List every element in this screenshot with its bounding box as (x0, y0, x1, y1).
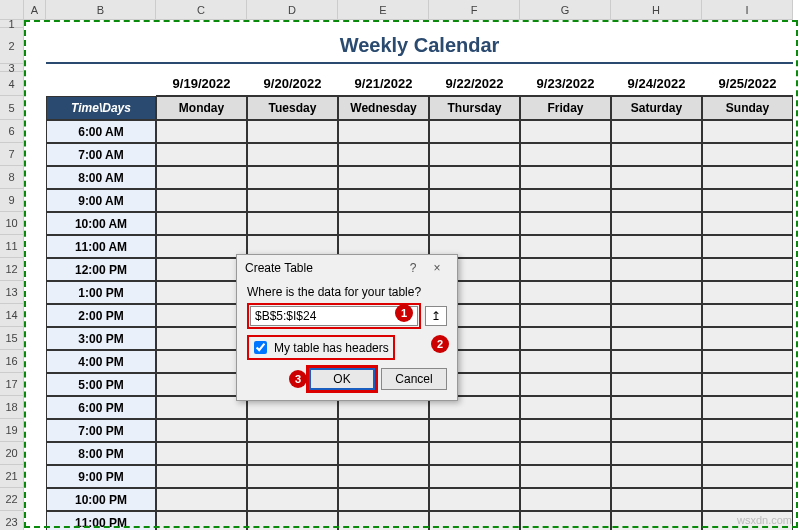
data-cell[interactable] (520, 511, 611, 530)
time-cell[interactable]: 8:00 AM (46, 166, 156, 189)
data-cell[interactable] (338, 465, 429, 488)
day-header[interactable]: Sunday (702, 96, 793, 120)
data-cell[interactable] (611, 350, 702, 373)
cell[interactable] (338, 64, 429, 72)
data-cell[interactable] (338, 442, 429, 465)
cell[interactable] (24, 166, 46, 189)
data-cell[interactable] (247, 419, 338, 442)
data-cell[interactable] (702, 166, 793, 189)
data-cell[interactable] (156, 120, 247, 143)
data-cell[interactable] (156, 396, 247, 419)
data-cell[interactable] (611, 281, 702, 304)
data-cell[interactable] (611, 511, 702, 530)
cell[interactable] (24, 350, 46, 373)
data-cell[interactable] (338, 120, 429, 143)
data-cell[interactable] (429, 189, 520, 212)
cell[interactable] (611, 64, 702, 72)
data-cell[interactable] (702, 442, 793, 465)
close-icon[interactable]: × (425, 261, 449, 275)
data-cell[interactable] (520, 143, 611, 166)
headers-checkbox[interactable] (254, 341, 267, 354)
cell[interactable] (24, 511, 46, 530)
data-cell[interactable] (338, 511, 429, 530)
cell[interactable] (24, 327, 46, 350)
time-cell[interactable]: 7:00 PM (46, 419, 156, 442)
time-cell[interactable]: 9:00 AM (46, 189, 156, 212)
date-cell[interactable]: 9/20/2022 (247, 72, 338, 96)
time-cell[interactable]: 1:00 PM (46, 281, 156, 304)
cell[interactable] (247, 64, 338, 72)
data-cell[interactable] (156, 304, 247, 327)
cell[interactable] (24, 281, 46, 304)
col-header[interactable]: D (247, 0, 338, 20)
data-cell[interactable] (702, 350, 793, 373)
row-header[interactable]: 19 (0, 419, 24, 442)
cell[interactable] (702, 20, 793, 28)
cell[interactable] (24, 235, 46, 258)
data-cell[interactable] (156, 327, 247, 350)
row-header[interactable]: 16 (0, 350, 24, 373)
day-header[interactable]: Thursday (429, 96, 520, 120)
day-header[interactable]: Friday (520, 96, 611, 120)
data-cell[interactable] (429, 442, 520, 465)
row-header[interactable]: 3 (0, 64, 24, 72)
cell[interactable] (24, 96, 46, 120)
row-header[interactable]: 15 (0, 327, 24, 350)
time-cell[interactable]: 3:00 PM (46, 327, 156, 350)
data-cell[interactable] (702, 419, 793, 442)
data-cell[interactable] (156, 465, 247, 488)
time-cell[interactable]: 11:00 AM (46, 235, 156, 258)
cell[interactable] (24, 20, 46, 28)
day-header[interactable]: Monday (156, 96, 247, 120)
data-cell[interactable] (702, 396, 793, 419)
data-cell[interactable] (338, 488, 429, 511)
row-header[interactable]: 6 (0, 120, 24, 143)
row-header[interactable]: 20 (0, 442, 24, 465)
row-header[interactable]: 8 (0, 166, 24, 189)
data-cell[interactable] (156, 212, 247, 235)
data-cell[interactable] (611, 373, 702, 396)
data-cell[interactable] (611, 212, 702, 235)
data-cell[interactable] (520, 212, 611, 235)
cell[interactable] (24, 373, 46, 396)
data-cell[interactable] (611, 189, 702, 212)
row-header[interactable]: 14 (0, 304, 24, 327)
cell[interactable] (247, 20, 338, 28)
time-days-header[interactable]: Time\Days (46, 96, 156, 120)
cell[interactable] (46, 72, 156, 96)
cell[interactable] (46, 20, 156, 28)
data-cell[interactable] (156, 419, 247, 442)
time-cell[interactable]: 6:00 AM (46, 120, 156, 143)
data-cell[interactable] (702, 235, 793, 258)
cell[interactable] (24, 465, 46, 488)
cell[interactable] (24, 488, 46, 511)
cell[interactable] (46, 64, 156, 72)
cell[interactable] (24, 64, 46, 72)
row-header[interactable]: 18 (0, 396, 24, 419)
row-header[interactable]: 4 (0, 72, 24, 96)
data-cell[interactable] (520, 120, 611, 143)
row-header[interactable]: 1 (0, 20, 24, 28)
row-header[interactable]: 22 (0, 488, 24, 511)
data-cell[interactable] (520, 258, 611, 281)
data-cell[interactable] (247, 511, 338, 530)
data-cell[interactable] (429, 120, 520, 143)
row-header[interactable]: 17 (0, 373, 24, 396)
data-cell[interactable] (520, 304, 611, 327)
cell[interactable] (520, 64, 611, 72)
cell[interactable] (611, 20, 702, 28)
data-cell[interactable] (611, 442, 702, 465)
data-cell[interactable] (520, 189, 611, 212)
cell[interactable] (24, 28, 46, 64)
day-header[interactable]: Saturday (611, 96, 702, 120)
data-cell[interactable] (702, 189, 793, 212)
data-cell[interactable] (156, 258, 247, 281)
col-header[interactable]: B (46, 0, 156, 20)
data-cell[interactable] (702, 327, 793, 350)
data-cell[interactable] (520, 166, 611, 189)
data-cell[interactable] (520, 373, 611, 396)
data-cell[interactable] (611, 235, 702, 258)
data-cell[interactable] (702, 258, 793, 281)
time-cell[interactable]: 9:00 PM (46, 465, 156, 488)
col-header[interactable]: F (429, 0, 520, 20)
